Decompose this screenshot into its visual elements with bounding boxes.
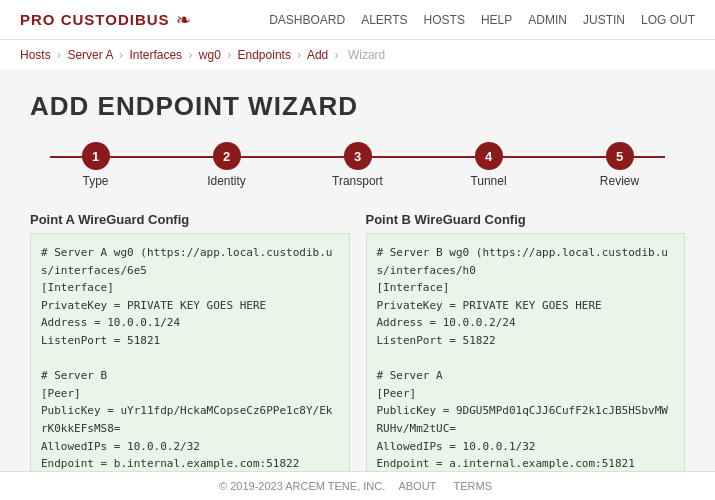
step-tunnel: 4 Tunnel	[423, 142, 554, 188]
footer-about[interactable]: ABOUT	[398, 480, 436, 492]
nav-user[interactable]: JUSTIN	[583, 13, 625, 27]
step-3-label: Transport	[332, 174, 383, 188]
panel-right-content: # Server B wg0 (https://app.local.custod…	[366, 233, 686, 484]
breadcrumb-server-a[interactable]: Server A	[67, 48, 112, 62]
step-type: 1 Type	[30, 142, 161, 188]
logo-text: PRO CUSTODIBUS	[20, 11, 170, 28]
step-2-label: Identity	[207, 174, 246, 188]
nav-alerts[interactable]: ALERTS	[361, 13, 407, 27]
step-transport: 3 Transport	[292, 142, 423, 188]
config-panels: Point A WireGuard Config # Server A wg0 …	[30, 212, 685, 484]
logo: PRO CUSTODIBUS ❧	[20, 9, 191, 31]
wizard-steps: 1 Type 2 Identity 3 Transport 4 Tunnel 5…	[30, 142, 685, 188]
panel-right: Point B WireGuard Config # Server B wg0 …	[366, 212, 686, 484]
step-4-label: Tunnel	[470, 174, 506, 188]
step-4-circle: 4	[475, 142, 503, 170]
nav-hosts[interactable]: HOSTS	[424, 13, 465, 27]
nav-logout[interactable]: LOG OUT	[641, 13, 695, 27]
panel-right-title: Point B WireGuard Config	[366, 212, 686, 227]
step-3-circle: 3	[344, 142, 372, 170]
breadcrumb-wizard: Wizard	[348, 48, 385, 62]
step-2-circle: 2	[213, 142, 241, 170]
breadcrumb: Hosts › Server A › Interfaces › wg0 › En…	[0, 40, 715, 71]
breadcrumb-endpoints[interactable]: Endpoints	[238, 48, 291, 62]
header: PRO CUSTODIBUS ❧ DASHBOARD ALERTS HOSTS …	[0, 0, 715, 40]
footer: © 2019-2023 ARCEM TENE, INC. ABOUT TERMS	[0, 471, 715, 500]
step-5-circle: 5	[606, 142, 634, 170]
step-identity: 2 Identity	[161, 142, 292, 188]
footer-terms[interactable]: TERMS	[454, 480, 493, 492]
breadcrumb-wg0[interactable]: wg0	[199, 48, 221, 62]
panel-left-content: # Server A wg0 (https://app.local.custod…	[30, 233, 350, 484]
nav-help[interactable]: HELP	[481, 13, 512, 27]
logo-icon: ❧	[176, 9, 191, 31]
step-1-circle: 1	[82, 142, 110, 170]
main-content: ADD ENDPOINT WIZARD 1 Type 2 Identity 3 …	[0, 71, 715, 500]
breadcrumb-interfaces[interactable]: Interfaces	[129, 48, 182, 62]
nav-admin[interactable]: ADMIN	[528, 13, 567, 27]
panel-left-title: Point A WireGuard Config	[30, 212, 350, 227]
nav-dashboard[interactable]: DASHBOARD	[269, 13, 345, 27]
header-nav: DASHBOARD ALERTS HOSTS HELP ADMIN JUSTIN…	[269, 13, 695, 27]
footer-copyright: © 2019-2023 ARCEM TENE, INC.	[219, 480, 385, 492]
page-title: ADD ENDPOINT WIZARD	[30, 91, 685, 122]
breadcrumb-add[interactable]: Add	[307, 48, 328, 62]
panel-left: Point A WireGuard Config # Server A wg0 …	[30, 212, 350, 484]
breadcrumb-hosts[interactable]: Hosts	[20, 48, 51, 62]
step-review: 5 Review	[554, 142, 685, 188]
step-1-label: Type	[82, 174, 108, 188]
step-5-label: Review	[600, 174, 639, 188]
